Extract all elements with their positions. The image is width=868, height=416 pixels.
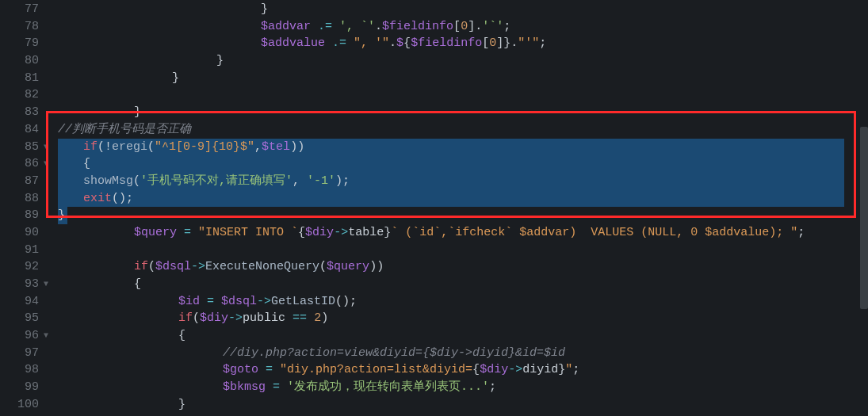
- line-number: 80: [0, 52, 39, 70]
- fold-marker[interactable]: ▼: [44, 327, 58, 345]
- line-number: 95: [0, 310, 39, 327]
- code-line[interactable]: $addvar .= ', `'.$fieldinfo[0].'`';: [58, 18, 868, 36]
- fold-marker[interactable]: [44, 173, 58, 190]
- code-line[interactable]: {: [58, 327, 868, 345]
- code-line[interactable]: if($dsql->ExecuteNoneQuery($query)): [58, 258, 868, 276]
- line-number-gutter: 7778798081828384858687888990919293949596…: [0, 0, 44, 416]
- fold-marker[interactable]: [44, 258, 58, 276]
- code-line[interactable]: $id = $dsql->GetLastID();: [58, 293, 868, 311]
- code-line[interactable]: $addvalue .= ", '".${$fieldinfo[0]}."'";: [58, 35, 868, 52]
- fold-marker[interactable]: [44, 190, 58, 208]
- line-number: 97: [0, 345, 39, 362]
- code-line[interactable]: }: [58, 1, 868, 18]
- code-line[interactable]: //diy.php?action=view&diyid={$diy->diyid…: [58, 345, 868, 362]
- fold-marker[interactable]: [44, 104, 58, 121]
- line-number: 99: [0, 379, 39, 396]
- fold-marker[interactable]: [44, 121, 58, 139]
- code-line[interactable]: }: [58, 52, 868, 70]
- fold-marker[interactable]: [44, 379, 58, 396]
- code-line[interactable]: [58, 242, 868, 259]
- fold-marker[interactable]: [44, 361, 58, 379]
- fold-marker[interactable]: ▼: [44, 155, 58, 173]
- fold-marker[interactable]: [44, 86, 58, 104]
- line-number: 92: [0, 258, 39, 276]
- code-line[interactable]: if($diy->public == 2): [58, 310, 868, 327]
- selection-bg: [58, 155, 844, 173]
- selection-bg: [58, 190, 844, 208]
- code-line[interactable]: $query = "INSERT INTO `{$diy->table}` (`…: [58, 224, 868, 242]
- code-area[interactable]: }$addvar .= ', `'.$fieldinfo[0].'`';$add…: [58, 0, 868, 416]
- line-number: 91: [0, 242, 39, 259]
- code-line[interactable]: }: [58, 104, 868, 121]
- fold-marker[interactable]: [44, 1, 58, 18]
- line-number: 98: [0, 361, 39, 379]
- vertical-scrollbar[interactable]: [858, 0, 868, 416]
- fold-column[interactable]: ▼▼▼▼: [44, 0, 58, 416]
- code-line[interactable]: //判断手机号码是否正确: [58, 121, 868, 139]
- line-number: 88: [0, 190, 39, 208]
- code-line[interactable]: $bkmsg = '发布成功，现在转向表单列表页...';: [58, 379, 868, 396]
- line-number: 90: [0, 224, 39, 242]
- code-line[interactable]: }: [58, 207, 868, 224]
- fold-marker[interactable]: [44, 293, 58, 311]
- line-number: 96: [0, 327, 39, 345]
- code-line[interactable]: [58, 86, 868, 104]
- fold-marker[interactable]: [44, 70, 58, 87]
- code-line[interactable]: showMsg('手机号码不对,请正确填写', '-1');: [58, 173, 868, 190]
- code-line[interactable]: {: [58, 155, 868, 173]
- fold-marker[interactable]: [44, 242, 58, 259]
- fold-marker[interactable]: [44, 52, 58, 70]
- fold-marker[interactable]: [44, 35, 58, 52]
- line-number: 77: [0, 1, 39, 18]
- line-number: 86: [0, 155, 39, 173]
- code-line[interactable]: {: [58, 276, 868, 293]
- line-number: 84: [0, 121, 39, 139]
- line-number: 89: [0, 207, 39, 224]
- line-number: 81: [0, 70, 39, 87]
- line-number: 93: [0, 276, 39, 293]
- fold-marker[interactable]: [44, 224, 58, 242]
- code-editor[interactable]: 7778798081828384858687888990919293949596…: [0, 0, 868, 416]
- code-line[interactable]: exit();: [58, 190, 868, 208]
- fold-marker[interactable]: ▼: [44, 276, 58, 293]
- line-number: 100: [0, 396, 39, 414]
- code-line[interactable]: }: [58, 396, 868, 414]
- line-number: 85: [0, 139, 39, 156]
- fold-marker[interactable]: [44, 310, 58, 327]
- fold-marker[interactable]: ▼: [44, 139, 58, 156]
- fold-marker[interactable]: [44, 345, 58, 362]
- scrollbar-thumb[interactable]: [860, 127, 868, 309]
- line-number: 94: [0, 293, 39, 311]
- line-number: 82: [0, 86, 39, 104]
- line-number: 78: [0, 18, 39, 36]
- line-number: 79: [0, 35, 39, 52]
- line-number: 83: [0, 104, 39, 121]
- code-line[interactable]: if(!eregi("^1[0-9]{10}$",$tel)): [58, 139, 868, 156]
- fold-marker[interactable]: [44, 18, 58, 36]
- fold-marker[interactable]: [44, 396, 58, 414]
- code-line[interactable]: }: [58, 70, 868, 87]
- line-number: 87: [0, 173, 39, 190]
- code-line[interactable]: $goto = "diy.php?action=list&diyid={$diy…: [58, 361, 868, 379]
- fold-marker[interactable]: [44, 207, 58, 224]
